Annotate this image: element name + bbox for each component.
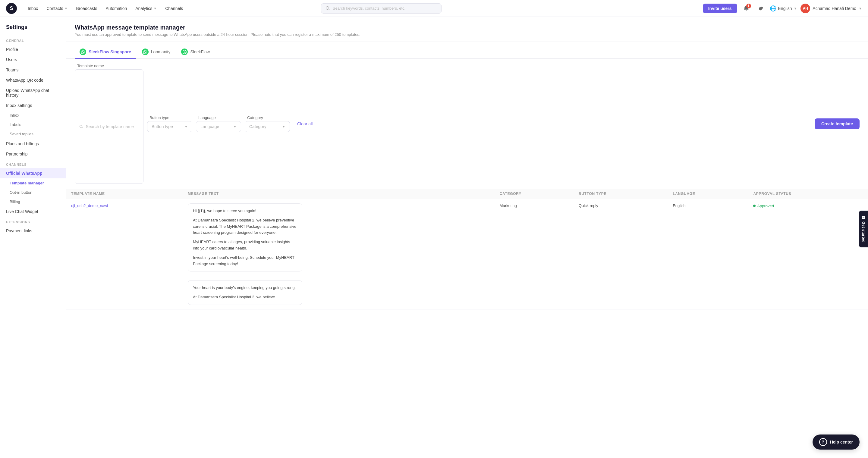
- sidebar-sub-opt-in[interactable]: Opt-in button: [0, 188, 66, 197]
- info-icon: [861, 216, 866, 220]
- col-approval-status: APPROVAL STATUS: [748, 189, 868, 199]
- button-type-value: [574, 276, 668, 309]
- button-type-select[interactable]: Button type ▼: [147, 121, 192, 132]
- message-line-2: At Damansara Specialist Hospital 2, we b…: [193, 217, 297, 236]
- search-icon: [326, 6, 330, 11]
- message-line-3: MyHEART caters to all ages, providing va…: [193, 239, 297, 252]
- nav-items: Inbox Contacts ▼ Broadcasts Automation A…: [24, 4, 187, 13]
- whatsapp-icon-sleekflow: [80, 48, 86, 55]
- clear-all-button[interactable]: Clear all: [293, 119, 316, 129]
- filters-row: Template name Button type Button type ▼ …: [66, 59, 868, 189]
- general-section-label: GENERAL: [0, 35, 66, 44]
- col-category: CATEGORY: [495, 189, 574, 199]
- sidebar-item-users[interactable]: Users: [0, 55, 66, 65]
- language-value: English: [668, 199, 748, 276]
- table-row[interactable]: oji_dsh2_demo_nawi Hi {{1}}, we hope to …: [66, 199, 868, 276]
- template-search-box[interactable]: [75, 69, 144, 184]
- sidebar-item-inbox-settings[interactable]: Inbox settings: [0, 100, 66, 110]
- app-body: Settings GENERAL Profile Users Teams Wha…: [0, 17, 868, 458]
- nav-broadcasts[interactable]: Broadcasts: [72, 4, 101, 13]
- category-value: Marketing: [495, 199, 574, 276]
- message-line-1: Your heart is your body's engine, keepin…: [193, 285, 297, 291]
- sidebar-sub-labels[interactable]: Labels: [0, 120, 66, 129]
- sidebar-sub-billing[interactable]: Billing: [0, 197, 66, 206]
- nav-analytics[interactable]: Analytics ▼: [132, 4, 160, 13]
- whatsapp-icon-loomanity: [142, 48, 149, 55]
- template-name-filter: Template name: [75, 64, 144, 184]
- language-select[interactable]: Language ▼: [196, 121, 241, 132]
- template-search-icon: [79, 125, 83, 129]
- template-name-value: oji_dsh2_demo_nawi: [71, 203, 108, 208]
- sidebar-item-payment-links[interactable]: Payment links: [0, 226, 66, 236]
- button-type-filter: Button type Button type ▼: [147, 116, 192, 132]
- nav-right: Invite users 1 🌐 English ▼ AH Achamad Ha…: [703, 3, 862, 14]
- nav-contacts[interactable]: Contacts ▼: [43, 4, 71, 13]
- page-header: WhatsApp message template manager You mu…: [66, 17, 868, 42]
- tab-sleekflow-singapore[interactable]: SleekFlow Singapore: [75, 45, 136, 59]
- category-value: [495, 276, 574, 309]
- table-body: oji_dsh2_demo_nawi Hi {{1}}, we hope to …: [66, 199, 868, 309]
- contacts-chevron: ▼: [64, 7, 68, 10]
- language-filter: Language Language ▼: [196, 116, 241, 132]
- button-type-value: Quick reply: [574, 199, 668, 276]
- message-line-1: Hi {{1}}, we hope to serve you again!: [193, 208, 297, 214]
- settings-button[interactable]: [755, 3, 766, 14]
- settings-title: Settings: [0, 22, 66, 35]
- message-box: Hi {{1}}, we hope to serve you again! At…: [188, 203, 302, 271]
- category-filter: Category Category ▼: [245, 116, 290, 132]
- help-icon: ?: [819, 438, 827, 446]
- page-title: WhatsApp message template manager: [75, 24, 860, 31]
- global-search[interactable]: Search keywords, contacts, numbers, etc.: [321, 3, 441, 13]
- language-chevron: ▼: [233, 125, 237, 128]
- globe-icon: 🌐: [770, 5, 776, 12]
- top-navigation: S Inbox Contacts ▼ Broadcasts Automation…: [0, 0, 868, 17]
- language-selector[interactable]: 🌐 English ▼: [770, 5, 797, 12]
- channels-section-label: CHANNELS: [0, 159, 66, 168]
- get-started-tab[interactable]: Get started: [859, 210, 868, 248]
- app-logo: S: [6, 3, 17, 14]
- category-chevron: ▼: [282, 125, 285, 128]
- approved-dot: [753, 205, 755, 207]
- col-button-type: BUTTON TYPE: [574, 189, 668, 199]
- sidebar-item-official-whatsapp[interactable]: Official WhatsApp: [0, 168, 66, 178]
- sidebar-item-upload-whatsapp[interactable]: Upload WhatsApp chat history: [0, 85, 66, 100]
- language-value: [668, 276, 748, 309]
- analytics-chevron: ▼: [153, 7, 157, 10]
- notifications-button[interactable]: 1: [741, 3, 752, 14]
- template-name-input[interactable]: [86, 124, 139, 129]
- sidebar-item-teams[interactable]: Teams: [0, 65, 66, 75]
- whatsapp-icon-sleekflow2: [181, 48, 188, 55]
- sidebar-sub-saved-replies[interactable]: Saved replies: [0, 129, 66, 139]
- workspace-tabs: SleekFlow Singapore Loomanity SleekFlow: [66, 42, 868, 59]
- table-header: TEMPLATE NAME MESSAGE TEXT CATEGORY BUTT…: [66, 189, 868, 199]
- button-type-chevron: ▼: [184, 125, 188, 128]
- user-menu[interactable]: AH Achamad Hanafi Demo ▼: [801, 4, 862, 13]
- message-line-4: Invest in your heart's well-being. Sched…: [193, 255, 297, 267]
- extensions-section-label: EXTENSIONS: [0, 217, 66, 226]
- sidebar-item-whatsapp-qr[interactable]: WhatsApp QR code: [0, 75, 66, 85]
- sidebar-item-live-chat[interactable]: Live Chat Widget: [0, 206, 66, 217]
- avatar: AH: [801, 4, 810, 13]
- help-center-button[interactable]: ? Help center: [812, 434, 860, 450]
- invite-users-button[interactable]: Invite users: [703, 4, 737, 13]
- sidebar: Settings GENERAL Profile Users Teams Wha…: [0, 17, 66, 458]
- sidebar-sub-inbox[interactable]: Inbox: [0, 110, 66, 120]
- message-box: Your heart is your body's engine, keepin…: [188, 280, 302, 305]
- sidebar-item-plans[interactable]: Plans and billings: [0, 139, 66, 149]
- sidebar-item-profile[interactable]: Profile: [0, 44, 66, 55]
- col-message-text: MESSAGE TEXT: [183, 189, 495, 199]
- category-select[interactable]: Category ▼: [245, 121, 290, 132]
- lang-chevron: ▼: [794, 7, 797, 10]
- create-template-button[interactable]: Create template: [815, 119, 860, 129]
- notification-count: 1: [746, 4, 751, 8]
- nav-automation[interactable]: Automation: [102, 4, 130, 13]
- gear-icon: [758, 5, 764, 11]
- nav-inbox[interactable]: Inbox: [24, 4, 41, 13]
- nav-channels[interactable]: Channels: [161, 4, 187, 13]
- col-language: LANGUAGE: [668, 189, 748, 199]
- table-row[interactable]: Your heart is your body's engine, keepin…: [66, 276, 868, 309]
- tab-loomanity[interactable]: Loomanity: [137, 45, 176, 59]
- tab-sleekflow[interactable]: SleekFlow: [176, 45, 215, 59]
- sidebar-sub-template-manager[interactable]: Template manager: [0, 178, 66, 188]
- sidebar-item-partnership[interactable]: Partnership: [0, 149, 66, 159]
